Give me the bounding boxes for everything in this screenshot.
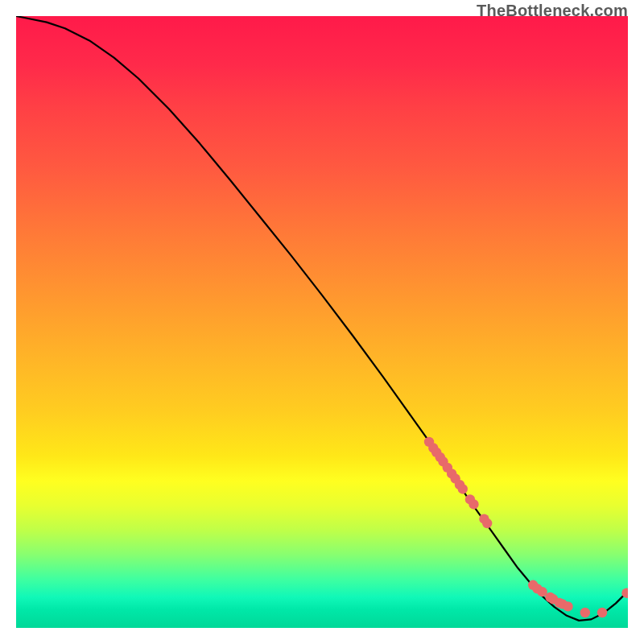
curve-line bbox=[16, 16, 628, 621]
data-point bbox=[458, 484, 468, 493]
data-point bbox=[580, 608, 590, 617]
data-point bbox=[597, 608, 607, 617]
data-point bbox=[563, 601, 572, 611]
chart-container: TheBottleneck.com bbox=[0, 0, 644, 644]
data-point bbox=[482, 518, 492, 528]
data-point bbox=[469, 499, 478, 509]
chart-svg bbox=[16, 16, 628, 628]
plot-area bbox=[16, 16, 628, 628]
